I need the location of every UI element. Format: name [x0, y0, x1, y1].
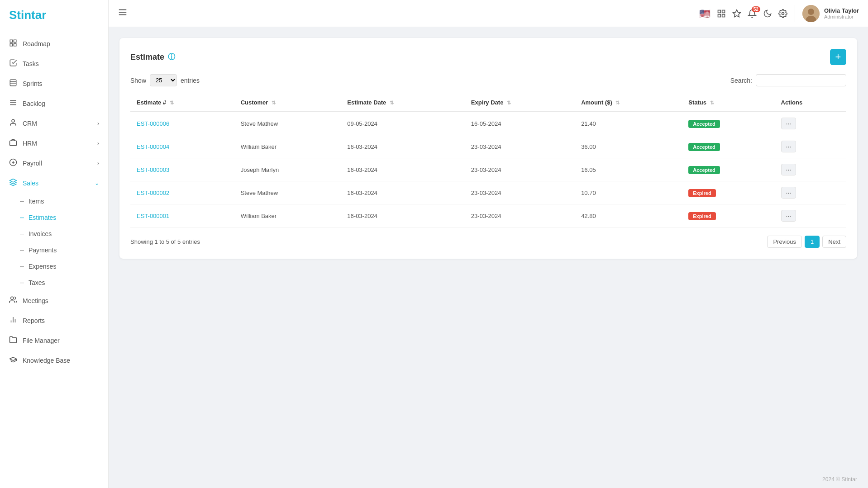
cell-actions: ···	[775, 112, 847, 135]
user-info: Olivia Taylor Administrator	[824, 7, 859, 19]
sidebar-item-backlog[interactable]: Backlog	[0, 94, 108, 114]
cell-expiry-date: 16-05-2024	[465, 112, 575, 135]
footer-text: 2024 © Stintar	[822, 476, 857, 483]
estimate-link[interactable]: EST-000004	[137, 143, 169, 150]
estimate-link[interactable]: EST-000003	[137, 166, 169, 173]
sidebar-nav: Roadmap Tasks Sprints Backlog	[0, 30, 108, 488]
pagination-bar: Showing 1 to 5 of 5 entries Previous 1 N…	[130, 236, 846, 248]
sidebar-item-file-manager[interactable]: File Manager	[0, 331, 108, 351]
status-badge: Expired	[688, 212, 715, 220]
info-icon[interactable]: ⓘ	[168, 52, 175, 62]
cell-amount: 16.05	[575, 158, 682, 181]
search-input[interactable]	[756, 74, 846, 86]
cell-estimate-id: EST-000006	[130, 112, 234, 135]
cell-estimate-id: EST-000004	[130, 135, 234, 158]
svg-rect-23	[722, 10, 725, 13]
cell-estimate-id: EST-000003	[130, 158, 234, 181]
show-label: Show	[130, 77, 146, 84]
sidebar-item-estimates[interactable]: – Estimates	[0, 209, 108, 226]
entries-per-page-select[interactable]: 25 10 50 100	[150, 74, 177, 86]
sidebar-item-crm[interactable]: CRM ›	[0, 114, 108, 133]
cell-amount: 21.40	[575, 112, 682, 135]
svg-rect-11	[10, 141, 17, 146]
user-role: Administrator	[824, 14, 859, 19]
col-expiry-date[interactable]: Expiry Date ⇅	[465, 94, 575, 112]
status-badge: Accepted	[688, 120, 720, 128]
svg-rect-25	[722, 14, 725, 17]
sort-status-icon: ⇅	[710, 100, 714, 105]
svg-rect-2	[10, 44, 12, 46]
sidebar-item-backlog-label: Backlog	[23, 100, 45, 107]
sidebar-item-payments[interactable]: – Payments	[0, 242, 108, 258]
cell-actions: ···	[775, 135, 847, 158]
cell-status: Expired	[682, 181, 774, 204]
sidebar-item-payroll[interactable]: Payroll ›	[0, 153, 108, 173]
sidebar-item-expenses-label: Expenses	[29, 263, 56, 270]
notifications-button[interactable]: 52	[748, 9, 757, 18]
svg-rect-22	[718, 10, 720, 13]
cell-estimate-date: 16-03-2024	[341, 204, 465, 227]
logo: Stintar	[0, 0, 108, 30]
payroll-icon	[9, 158, 17, 168]
taxes-dash-icon: –	[20, 279, 24, 287]
backlog-icon	[9, 99, 17, 109]
sidebar-item-sales[interactable]: Sales ⌄	[0, 173, 108, 193]
col-estimate-date[interactable]: Estimate Date ⇅	[341, 94, 465, 112]
estimate-link[interactable]: EST-000006	[137, 120, 169, 127]
file-manager-icon	[9, 336, 17, 346]
cell-status: Accepted	[682, 158, 774, 181]
sidebar-item-tasks[interactable]: Tasks	[0, 54, 108, 74]
cell-estimate-date: 16-03-2024	[341, 135, 465, 158]
sidebar-item-invoices[interactable]: – Invoices	[0, 226, 108, 242]
sidebar-item-roadmap[interactable]: Roadmap	[0, 34, 108, 54]
page-content: Estimate ⓘ + Show 25 10 50 100 entries	[109, 27, 868, 471]
sidebar-item-file-manager-label: File Manager	[23, 337, 60, 344]
user-profile[interactable]: Olivia Taylor Administrator	[795, 5, 859, 22]
row-actions-button[interactable]: ···	[781, 118, 796, 129]
add-estimate-button[interactable]: +	[830, 49, 846, 65]
col-estimate-num[interactable]: Estimate # ⇅	[130, 94, 234, 112]
settings-button[interactable]	[778, 9, 787, 18]
theme-toggle-button[interactable]	[763, 9, 772, 18]
sidebar-item-meetings[interactable]: Meetings	[0, 291, 108, 311]
row-actions-button[interactable]: ···	[781, 141, 796, 152]
sidebar-item-items[interactable]: – Items	[0, 193, 108, 209]
sidebar-item-invoices-label: Invoices	[29, 230, 52, 237]
sidebar-item-sales-label: Sales	[23, 180, 38, 187]
page-1-button[interactable]: 1	[805, 236, 820, 248]
payments-dash-icon: –	[20, 246, 24, 254]
menu-toggle-button[interactable]	[118, 7, 128, 19]
col-amount[interactable]: Amount ($) ⇅	[575, 94, 682, 112]
cell-status: Accepted	[682, 135, 774, 158]
meetings-icon	[9, 296, 17, 306]
sidebar-item-hrm[interactable]: HRM ›	[0, 133, 108, 153]
sidebar-item-taxes[interactable]: – Taxes	[0, 275, 108, 291]
svg-rect-1	[14, 40, 16, 42]
sidebar-item-sprints[interactable]: Sprints	[0, 74, 108, 94]
entries-label: entries	[181, 77, 200, 84]
svg-rect-4	[10, 80, 16, 86]
estimate-link[interactable]: EST-000001	[137, 213, 169, 219]
previous-page-button[interactable]: Previous	[767, 236, 802, 248]
table-row: EST-000002 Steve Mathew 16-03-2024 23-03…	[130, 181, 846, 204]
next-page-button[interactable]: Next	[822, 236, 846, 248]
sidebar-item-knowledge-base[interactable]: Knowledge Base	[0, 351, 108, 370]
sidebar-item-expenses[interactable]: – Expenses	[0, 258, 108, 275]
cell-actions: ···	[775, 204, 847, 227]
sidebar-item-reports[interactable]: Reports	[0, 311, 108, 331]
apps-icon-button[interactable]	[717, 9, 726, 18]
cell-amount: 36.00	[575, 135, 682, 158]
row-actions-button[interactable]: ···	[781, 164, 796, 175]
col-customer[interactable]: Customer ⇅	[234, 94, 341, 112]
col-status[interactable]: Status ⇅	[682, 94, 774, 112]
sort-expiry-date-icon: ⇅	[507, 100, 511, 105]
estimate-link[interactable]: EST-000002	[137, 190, 169, 196]
customize-icon-button[interactable]	[732, 9, 741, 18]
row-actions-button[interactable]: ···	[781, 187, 796, 199]
status-badge: Accepted	[688, 143, 720, 151]
estimates-dash-icon: –	[20, 213, 24, 222]
cell-estimate-id: EST-000002	[130, 181, 234, 204]
table-row: EST-000001 William Baker 16-03-2024 23-0…	[130, 204, 846, 227]
language-selector[interactable]: 🇺🇸	[699, 8, 711, 19]
row-actions-button[interactable]: ···	[781, 210, 796, 222]
